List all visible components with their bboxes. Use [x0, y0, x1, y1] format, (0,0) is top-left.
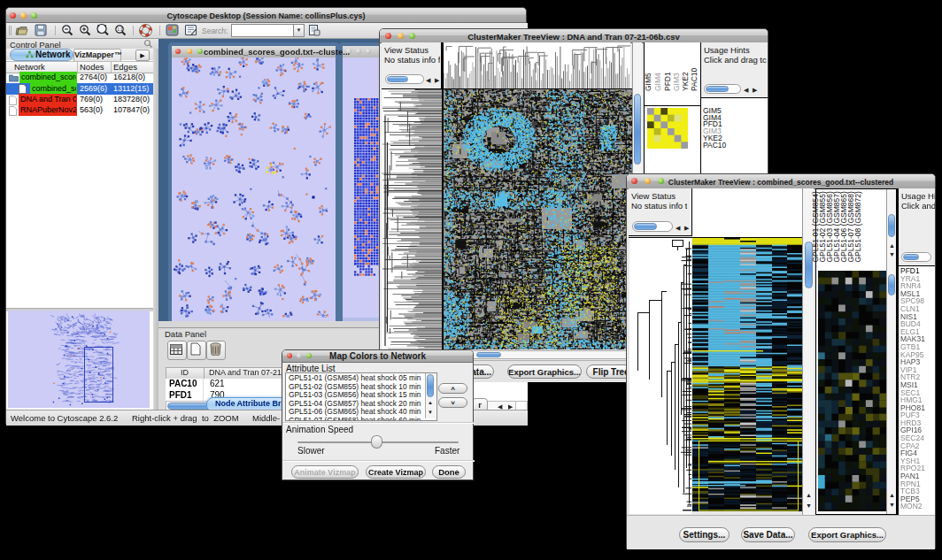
- svg-text:1:1: 1:1: [117, 27, 123, 32]
